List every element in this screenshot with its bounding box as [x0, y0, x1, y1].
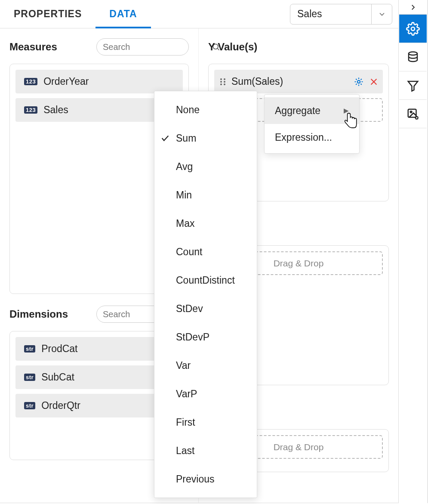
svg-point-8: [220, 83, 222, 85]
aggregate-option-label: Count: [176, 246, 202, 258]
numeric-badge-icon: 123: [24, 78, 37, 85]
dimension-label: SubCat: [41, 371, 74, 383]
y-values-heading: Y Value(s): [208, 41, 389, 53]
aggregate-option[interactable]: CountDistinct: [154, 266, 257, 294]
svg-point-10: [357, 80, 360, 83]
aggregate-option-label: None: [176, 104, 200, 116]
rail-filter-button[interactable]: [399, 71, 427, 100]
measure-label: OrderYear: [43, 76, 89, 87]
aggregate-option-label: Sum: [176, 133, 196, 144]
aggregate-option[interactable]: First: [154, 408, 257, 436]
aggregate-option[interactable]: StDev: [154, 294, 257, 323]
measures-heading: Measures: [9, 41, 96, 53]
aggregate-option[interactable]: Last: [154, 436, 257, 465]
aggregate-option-label: Var: [176, 360, 191, 371]
dimension-label: ProdCat: [41, 343, 77, 355]
measure-label: Sales: [43, 104, 68, 116]
aggregate-option[interactable]: Var: [154, 351, 257, 380]
string-badge-icon: str: [24, 374, 35, 381]
svg-point-7: [224, 81, 225, 83]
svg-point-18: [416, 117, 418, 119]
aggregate-option-label: StDevP: [176, 331, 209, 343]
menu-item-expression[interactable]: Expression...: [265, 124, 359, 151]
menu-item-aggregate[interactable]: Aggregate ▶: [265, 97, 359, 124]
aggregate-option-label: Max: [176, 218, 194, 229]
numeric-badge-icon: 123: [24, 106, 37, 114]
aggregate-option-label: Previous: [176, 473, 214, 485]
aggregate-option[interactable]: Max: [154, 209, 257, 238]
aggregate-option-label: StDev: [176, 303, 203, 315]
datasource-select-value: Sales: [290, 8, 371, 20]
chevron-right-icon: ▶: [344, 107, 349, 114]
svg-point-6: [220, 81, 222, 83]
aggregate-option[interactable]: VarP: [154, 380, 257, 408]
measure-item[interactable]: 123 OrderYear: [15, 70, 183, 93]
aggregate-option-label: Avg: [176, 161, 193, 173]
aggregate-option[interactable]: Sum: [154, 124, 257, 152]
string-badge-icon: str: [24, 402, 35, 409]
aggregate-submenu: NoneSumAvgMinMaxCountCountDistinctStDevS…: [154, 91, 257, 498]
svg-point-4: [220, 78, 222, 80]
aggregate-option[interactable]: Min: [154, 181, 257, 209]
aggregate-option[interactable]: Avg: [154, 152, 257, 181]
aggregate-option[interactable]: Previous: [154, 465, 257, 493]
aggregate-option-label: Min: [176, 189, 192, 201]
close-icon[interactable]: [369, 77, 379, 87]
header: PROPERTIES DATA Sales: [0, 0, 398, 28]
y-value-chip[interactable]: Sum(Sales): [214, 70, 383, 93]
svg-marker-15: [408, 81, 418, 91]
aggregate-option[interactable]: StDevP: [154, 323, 257, 351]
aggregate-option-label: Last: [176, 445, 194, 457]
aggregate-option[interactable]: None: [154, 96, 257, 124]
tab-data[interactable]: DATA: [95, 0, 151, 28]
gear-icon[interactable]: [354, 77, 364, 87]
measures-search-input[interactable]: [103, 42, 212, 52]
svg-point-5: [224, 78, 225, 80]
rail-image-settings-button[interactable]: [399, 100, 427, 128]
string-badge-icon: str: [24, 345, 35, 352]
tab-properties[interactable]: PROPERTIES: [0, 0, 95, 28]
dimensions-heading: Dimensions: [9, 308, 96, 320]
field-context-menu: Aggregate ▶ Expression...: [264, 94, 360, 154]
chevron-down-icon: [371, 4, 392, 24]
aggregate-option[interactable]: Count: [154, 238, 257, 266]
aggregate-option-label: CountDistinct: [176, 275, 235, 286]
menu-item-label: Expression...: [275, 132, 332, 143]
rail-settings-button[interactable]: [399, 15, 427, 43]
drag-handle-icon[interactable]: [219, 77, 226, 87]
datasource-select[interactable]: Sales: [290, 4, 392, 25]
aggregate-option-label: VarP: [176, 388, 197, 400]
y-value-label: Sum(Sales): [231, 76, 354, 87]
aggregate-option-label: First: [176, 417, 195, 428]
menu-item-label: Aggregate: [275, 105, 320, 117]
svg-rect-16: [408, 109, 416, 117]
measures-search[interactable]: [96, 38, 189, 56]
svg-point-9: [224, 83, 225, 85]
dimension-label: OrderQtr: [41, 400, 80, 411]
svg-point-17: [410, 111, 412, 113]
rail-expand-button[interactable]: [399, 0, 427, 15]
svg-point-14: [409, 52, 417, 55]
right-rail: [399, 0, 428, 503]
check-icon: [160, 133, 170, 143]
svg-point-13: [411, 27, 415, 31]
rail-database-button[interactable]: [399, 43, 427, 71]
